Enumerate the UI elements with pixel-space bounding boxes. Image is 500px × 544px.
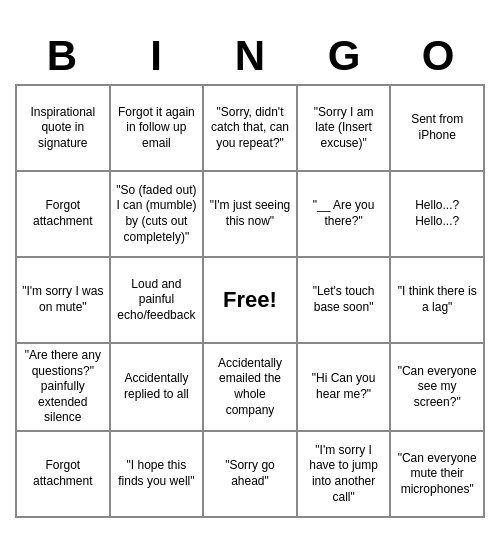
bingo-cell-6: "So (faded out) I can (mumble) by (cuts …: [111, 172, 205, 258]
bingo-cell-20: Forgot attachment: [17, 432, 111, 518]
bingo-cell-13: "Let's touch base soon": [298, 258, 392, 344]
bingo-cell-23: "I'm sorry I have to jump into another c…: [298, 432, 392, 518]
title-n: N: [210, 32, 290, 80]
bingo-cell-10: "I'm sorry I was on mute": [17, 258, 111, 344]
bingo-cell-12: Free!: [204, 258, 298, 344]
bingo-cell-16: Accidentally replied to all: [111, 344, 205, 432]
bingo-cell-21: "I hope this finds you well": [111, 432, 205, 518]
bingo-cell-14: "I think there is a lag": [391, 258, 485, 344]
bingo-cell-9: Hello...? Hello...?: [391, 172, 485, 258]
bingo-cell-1: Forgot it again in follow up email: [111, 86, 205, 172]
bingo-cell-0: Inspirational quote in signature: [17, 86, 111, 172]
bingo-cell-18: "Hi Can you hear me?": [298, 344, 392, 432]
bingo-cell-24: "Can everyone mute their microphones": [391, 432, 485, 518]
bingo-cell-7: "I'm just seeing this now": [204, 172, 298, 258]
bingo-cell-22: "Sorry go ahead": [204, 432, 298, 518]
title-g: G: [304, 32, 384, 80]
bingo-cell-19: "Can everyone see my screen?": [391, 344, 485, 432]
title-b: B: [22, 32, 102, 80]
bingo-title: B I N G O: [15, 26, 485, 84]
title-i: I: [116, 32, 196, 80]
bingo-cell-5: Forgot attachment: [17, 172, 111, 258]
bingo-cell-8: "__ Are you there?": [298, 172, 392, 258]
bingo-cell-17: Accidentally emailed the whole company: [204, 344, 298, 432]
bingo-cell-11: Loud and painful echo/feedback: [111, 258, 205, 344]
bingo-cell-4: Sent from iPhone: [391, 86, 485, 172]
bingo-cell-2: "Sorry, didn't catch that, can you repea…: [204, 86, 298, 172]
title-o: O: [398, 32, 478, 80]
bingo-cell-3: "Sorry I am late (Insert excuse)": [298, 86, 392, 172]
bingo-grid: Inspirational quote in signatureForgot i…: [15, 84, 485, 518]
bingo-cell-15: "Are there any questions?" painfully ext…: [17, 344, 111, 432]
